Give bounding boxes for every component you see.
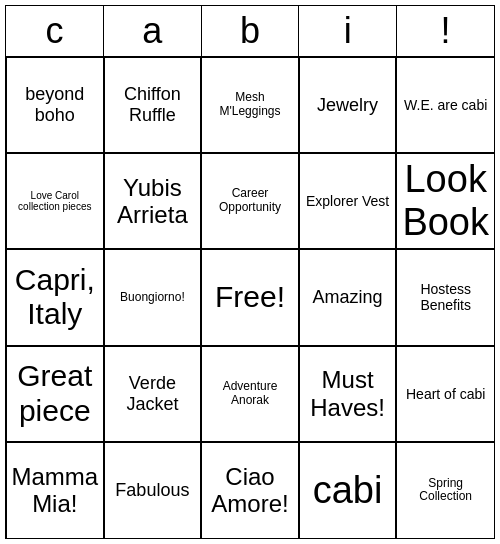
bingo-cell-1: Chiffon Ruffle: [104, 57, 202, 153]
bingo-cell-13: Amazing: [299, 249, 397, 345]
bingo-cell-11: Buongiorno!: [104, 249, 202, 345]
bingo-cell-16: Verde Jacket: [104, 346, 202, 442]
header-letter-c: c: [6, 6, 104, 56]
bingo-cell-20: Mamma Mia!: [6, 442, 104, 538]
bingo-cell-9: Look Book: [396, 153, 494, 249]
header-letter-!: !: [397, 6, 494, 56]
header-letter-a: a: [104, 6, 202, 56]
bingo-cell-14: Hostess Benefits: [396, 249, 494, 345]
bingo-cell-2: Mesh M'Leggings: [201, 57, 299, 153]
bingo-cell-24: Spring Collection: [396, 442, 494, 538]
bingo-cell-21: Fabulous: [104, 442, 202, 538]
header-letter-b: b: [202, 6, 300, 56]
bingo-cell-0: beyond boho: [6, 57, 104, 153]
bingo-cell-15: Great piece: [6, 346, 104, 442]
bingo-cell-19: Heart of cabi: [396, 346, 494, 442]
bingo-cell-8: Explorer Vest: [299, 153, 397, 249]
bingo-cell-17: Adventure Anorak: [201, 346, 299, 442]
bingo-card: cabi! beyond bohoChiffon RuffleMesh M'Le…: [5, 5, 495, 539]
bingo-cell-22: Ciao Amore!: [201, 442, 299, 538]
bingo-cell-4: W.E. are cabi: [396, 57, 494, 153]
bingo-cell-5: Love Carol collection pieces: [6, 153, 104, 249]
bingo-cell-3: Jewelry: [299, 57, 397, 153]
bingo-cell-18: Must Haves!: [299, 346, 397, 442]
bingo-cell-7: Career Opportunity: [201, 153, 299, 249]
bingo-grid: beyond bohoChiffon RuffleMesh M'Leggings…: [5, 56, 495, 539]
bingo-cell-6: Yubis Arrieta: [104, 153, 202, 249]
bingo-cell-12: Free!: [201, 249, 299, 345]
bingo-cell-10: Capri, Italy: [6, 249, 104, 345]
header-letter-i: i: [299, 6, 397, 56]
bingo-header: cabi!: [5, 5, 495, 56]
bingo-cell-23: cabi: [299, 442, 397, 538]
